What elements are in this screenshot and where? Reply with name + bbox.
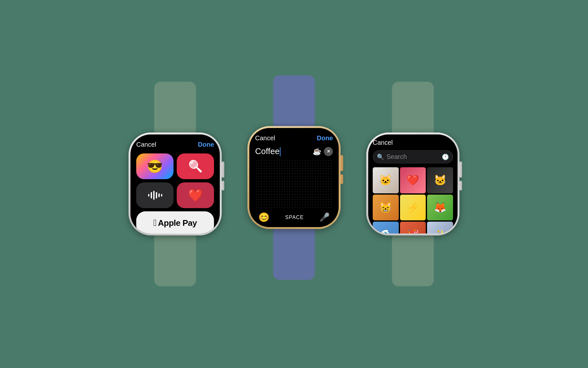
watch2-side-btn: [341, 174, 343, 184]
gif-cell-6[interactable]: 🦊: [427, 195, 453, 221]
watch3-side-btn: [459, 181, 462, 190]
watch2-case: Cancel Done Coffee ☕ ✕ 😊: [247, 126, 341, 229]
svg-rect-4: [158, 193, 160, 197]
gif-cell-4[interactable]: 😸: [373, 195, 399, 221]
watch1-tapback-btn[interactable]: ❤️: [177, 182, 214, 208]
watch2-mic-btn[interactable]: 🎤: [319, 212, 330, 222]
clock-icon: 🕐: [442, 153, 449, 161]
tapback-heart-icon: ❤️: [188, 188, 203, 202]
memoji-emoji: 😎: [147, 159, 163, 174]
gif-cell-8[interactable]: 🎉: [400, 222, 426, 234]
watch1-band-bottom: [154, 235, 196, 286]
watch-2: Cancel Done Coffee ☕ ✕ 😊: [247, 75, 341, 280]
watch1-header: Cancel Done: [136, 141, 214, 148]
gif-search-icon: 🔍: [188, 160, 203, 173]
watch3-band-top: [392, 82, 434, 133]
gif-cell-1[interactable]: 🐱: [373, 167, 399, 193]
watch3-cancel-label[interactable]: Cancel: [373, 139, 393, 146]
watch3-band-bottom: [392, 235, 434, 286]
watch1-cancel-label[interactable]: Cancel: [136, 141, 156, 148]
watch2-emoji-btn[interactable]: 😊: [258, 212, 270, 223]
watch-3: Cancel 🔍 Search 🕐 🐱 ❤️ 🐱 😸 ⚡ 🦊 🌊: [366, 82, 459, 286]
watch1-gif-search-btn[interactable]: 🔍: [177, 153, 214, 179]
watch1-action-grid: 😎 🔍: [136, 153, 214, 234]
clear-x-icon: ✕: [327, 149, 330, 154]
watch2-screen: Cancel Done Coffee ☕ ✕ 😊: [249, 128, 339, 227]
watch3-case: Cancel 🔍 Search 🕐 🐱 ❤️ 🐱 😸 ⚡ 🦊 🌊: [366, 133, 459, 235]
gif-cell-3[interactable]: 🐱: [427, 167, 453, 193]
svg-rect-3: [156, 192, 157, 198]
watch3-screen: Cancel 🔍 Search 🕐 🐱 ❤️ 🐱 😸 ⚡ 🦊 🌊: [368, 134, 458, 234]
watch3-gif-grid: 🐱 ❤️ 🐱 😸 ⚡ 🦊 🌊 🎉 ✨: [373, 167, 453, 234]
watch2-cancel-label[interactable]: Cancel: [255, 134, 275, 142]
watch2-input-text: Coffee: [255, 146, 311, 156]
watch2-dot-grid: [255, 160, 333, 208]
watch1-memoji-btn[interactable]: 😎: [136, 153, 174, 179]
apple-pay-logo:  Apple Pay: [153, 218, 197, 228]
watch1-band-top: [154, 82, 196, 133]
watch1-done-label[interactable]: Done: [198, 141, 214, 148]
watch2-crown: [341, 155, 343, 171]
search-icon: 🔍: [377, 153, 384, 161]
svg-rect-0: [148, 194, 149, 197]
watch3-crown: [459, 161, 462, 178]
watch-1: Cancel Done 😎 🔍: [129, 82, 222, 286]
watch2-input-row[interactable]: Coffee ☕ ✕: [255, 146, 333, 156]
svg-rect-1: [151, 192, 152, 198]
watch1-audio-btn[interactable]: [136, 182, 174, 208]
watch1-crown: [222, 161, 224, 178]
watch3-search-placeholder: Search: [387, 153, 439, 161]
watch1-case: Cancel Done 😎 🔍: [129, 133, 222, 235]
watch2-header: Cancel Done: [255, 134, 333, 142]
apple-logo-icon: : [153, 218, 156, 227]
svg-rect-5: [161, 194, 162, 197]
watch2-keyboard-row: 😊 SPACE 🎤: [255, 212, 333, 223]
gif-cell-9[interactable]: ✨: [427, 222, 453, 234]
watch2-clear-btn[interactable]: ✕: [324, 147, 333, 156]
watch2-done-label[interactable]: Done: [317, 134, 333, 142]
watch2-band-top: [273, 75, 315, 127]
apple-pay-text: Apple Pay: [158, 218, 197, 228]
audio-waveform-icon: [147, 189, 163, 201]
watch2-band-bottom: [273, 228, 315, 280]
gif-cell-5[interactable]: ⚡: [400, 195, 426, 221]
watch1-side-btn: [222, 181, 224, 190]
watch2-coffee-emoji: ☕: [313, 147, 321, 156]
watch3-search-bar[interactable]: 🔍 Search 🕐: [373, 150, 453, 163]
watch3-header: Cancel: [373, 139, 453, 146]
watch2-space-btn[interactable]: SPACE: [285, 215, 304, 220]
svg-rect-2: [153, 191, 155, 200]
gif-cell-7[interactable]: 🌊: [373, 222, 399, 234]
watch1-screen: Cancel Done 😎 🔍: [130, 134, 220, 234]
watch1-apple-pay-btn[interactable]:  Apple Pay: [136, 211, 214, 234]
gif-cell-2[interactable]: ❤️: [400, 167, 426, 193]
